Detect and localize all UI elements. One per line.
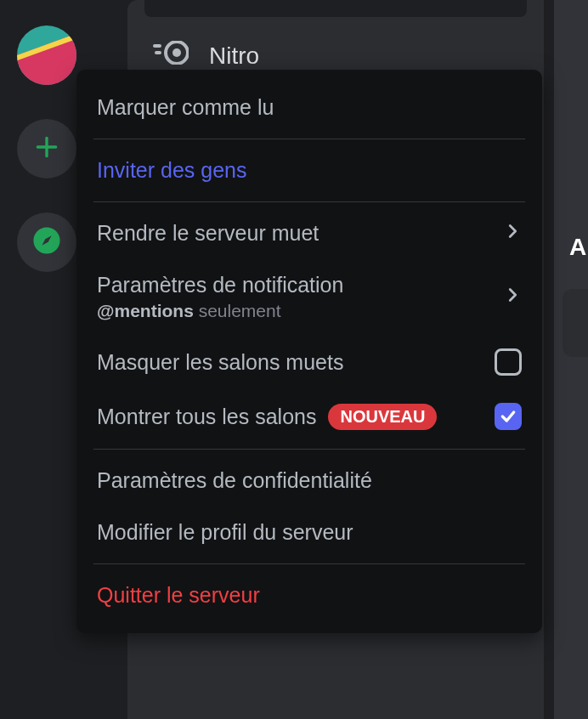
main-content-edge: A [554, 0, 588, 719]
search-box[interactable] [144, 0, 527, 17]
menu-label: Paramètres de confidentialité [97, 468, 372, 493]
server-context-menu: Marquer comme lu Inviter des gens Rendre… [76, 70, 542, 633]
svg-rect-5 [155, 51, 161, 54]
menu-label: Montrer tous les salons [97, 405, 316, 429]
chevron-right-icon [503, 221, 522, 246]
new-badge: NOUVEAU [328, 404, 437, 430]
menu-label: Modifier le profil du serveur [97, 520, 353, 545]
menu-label: Masquer les salons muets [97, 350, 343, 375]
menu-divider [93, 449, 525, 450]
nitro-icon [153, 41, 189, 71]
edge-panel [563, 289, 588, 357]
compass-icon [32, 226, 61, 258]
chevron-right-icon [503, 285, 522, 309]
menu-label: Inviter des gens [97, 158, 247, 183]
menu-sublabel: @mentions seulement [97, 301, 343, 321]
checkbox-unchecked-icon[interactable] [495, 348, 522, 376]
menu-label: Paramètres de notification [97, 273, 343, 297]
menu-invite-people[interactable]: Inviter des gens [76, 144, 542, 196]
menu-show-all-channels[interactable]: Montrer tous les salons NOUVEAU [76, 389, 542, 444]
svg-rect-4 [153, 44, 161, 48]
menu-label: Marquer comme lu [97, 95, 274, 120]
menu-notification-settings[interactable]: Paramètres de notification @mentions seu… [76, 259, 542, 335]
checkbox-checked-icon[interactable] [495, 403, 522, 430]
menu-label: Quitter le serveur [97, 583, 260, 608]
svg-point-7 [172, 48, 181, 57]
menu-privacy-settings[interactable]: Paramètres de confidentialité [76, 455, 542, 507]
menu-divider [93, 563, 525, 564]
add-server-button[interactable] [17, 119, 76, 178]
menu-label: Rendre le serveur muet [97, 221, 319, 246]
server-avatar[interactable] [17, 25, 76, 85]
menu-hide-muted-channels[interactable]: Masquer les salons muets [76, 335, 542, 389]
menu-edit-server-profile[interactable]: Modifier le profil du serveur [76, 507, 542, 558]
plus-icon [33, 133, 60, 164]
menu-divider [93, 201, 525, 202]
explore-servers-button[interactable] [17, 212, 76, 272]
nitro-label: Nitro [209, 42, 259, 70]
menu-mark-read[interactable]: Marquer comme lu [76, 82, 542, 133]
menu-mute-server[interactable]: Rendre le serveur muet [76, 207, 542, 259]
edge-text: A [569, 234, 586, 261]
svg-point-3 [45, 239, 48, 242]
menu-divider [93, 139, 525, 139]
menu-leave-server[interactable]: Quitter le serveur [76, 569, 542, 621]
